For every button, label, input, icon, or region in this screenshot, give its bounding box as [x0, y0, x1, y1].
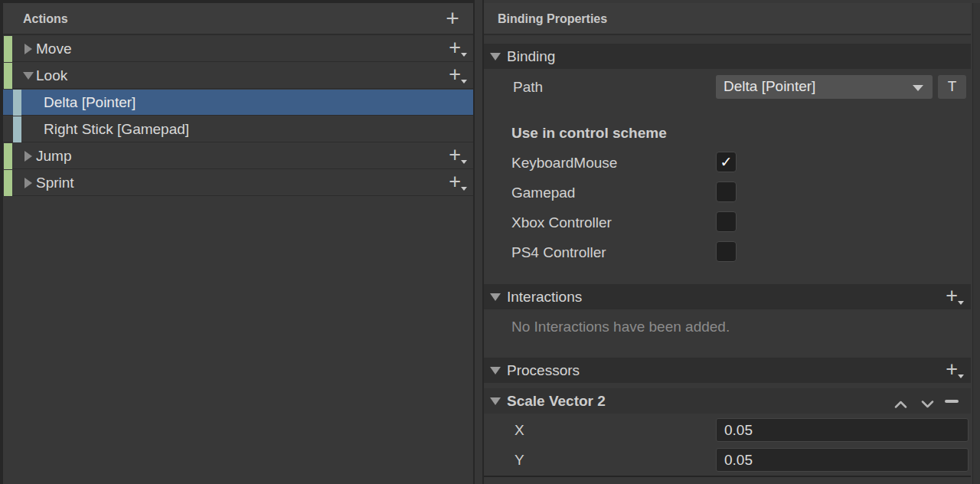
dropdown-arrow-icon: [913, 85, 923, 91]
action-label: Jump: [36, 143, 71, 168]
scheme-label: Gamepad: [511, 181, 575, 204]
add-interaction-button[interactable]: +: [939, 284, 965, 310]
action-label: Look: [36, 63, 67, 88]
binding-properties-panel: Binding Properties Binding Path Delta [P…: [484, 0, 980, 484]
foldout-triangle-icon[interactable]: [490, 293, 501, 301]
plus-icon: +: [449, 143, 461, 167]
binding-section-bar[interactable]: Binding: [484, 44, 971, 69]
action-label: Sprint: [36, 170, 74, 195]
action-row-move[interactable]: Move +: [3, 36, 474, 62]
scheme-row-ps4: PS4 Controller: [511, 240, 963, 264]
caret-down-icon: [958, 301, 964, 305]
remove-processor-icon[interactable]: [945, 400, 959, 403]
scheme-label: PS4 Controller: [511, 240, 606, 264]
section-divider: [484, 476, 971, 477]
scheme-row-xbox: Xbox Controller: [511, 211, 963, 234]
interactions-section-title: Interactions: [507, 284, 582, 309]
move-down-icon[interactable]: [921, 397, 934, 411]
actions-panel-title: Actions: [23, 3, 68, 35]
action-row-look[interactable]: Look +: [3, 63, 474, 89]
chevron-right-icon[interactable]: [24, 44, 32, 54]
panel-splitter[interactable]: [473, 0, 484, 484]
foldout-triangle-icon[interactable]: [490, 367, 501, 374]
caret-down-icon: [958, 374, 964, 378]
scheme-label: KeyboardMouse: [511, 151, 617, 175]
y-value-input[interactable]: [716, 448, 969, 472]
caret-down-icon: [461, 53, 467, 57]
binding-properties-title: Binding Properties: [498, 3, 607, 35]
binding-row-right-stick[interactable]: Right Stick [Gamepad]: [3, 116, 474, 142]
chevron-down-icon[interactable]: [23, 72, 34, 80]
processors-section-bar[interactable]: Processors +: [484, 358, 971, 383]
checkbox-ps4-controller[interactable]: [716, 241, 737, 262]
action-label: Move: [36, 36, 71, 61]
action-row-sprint[interactable]: Sprint +: [3, 170, 474, 196]
action-row-jump[interactable]: Jump +: [3, 143, 474, 169]
action-color-strip: [4, 36, 12, 62]
caret-down-icon: [461, 160, 467, 164]
binding-label: Right Stick [Gamepad]: [44, 116, 189, 142]
scheme-label: Xbox Controller: [511, 211, 612, 234]
binding-color-strip: [13, 90, 21, 116]
scale-vector2-title: Scale Vector 2: [507, 388, 606, 414]
path-dropdown-value: Delta [Pointer]: [724, 75, 815, 98]
text-mode-toggle-button[interactable]: T: [938, 75, 966, 99]
path-dropdown[interactable]: Delta [Pointer]: [716, 75, 933, 99]
path-label: Path: [513, 74, 543, 100]
add-action-button[interactable]: +: [440, 3, 465, 35]
x-field-label: X: [514, 418, 524, 442]
add-binding-button[interactable]: +: [442, 63, 468, 89]
foldout-triangle-icon[interactable]: [490, 397, 501, 405]
action-color-strip: [4, 170, 12, 196]
input-actions-editor-window: Actions + Move + Look + Delta [: [0, 0, 980, 484]
caret-down-icon: [461, 187, 467, 191]
caret-down-icon: [461, 80, 467, 83]
processors-section-title: Processors: [507, 358, 580, 383]
binding-row-delta-pointer[interactable]: Delta [Pointer]: [3, 90, 474, 116]
checkbox-keyboardmouse[interactable]: ✓: [716, 152, 737, 172]
actions-panel: Actions + Move + Look + Delta [: [3, 3, 474, 484]
add-binding-button[interactable]: +: [442, 36, 468, 62]
binding-properties-header: Binding Properties: [484, 3, 971, 35]
action-color-strip: [4, 143, 12, 169]
foldout-triangle-icon[interactable]: [490, 53, 501, 60]
y-field-label: Y: [514, 448, 524, 472]
scale-vector2-header[interactable]: Scale Vector 2: [484, 388, 971, 414]
plus-icon: +: [946, 358, 958, 381]
binding-color-strip: [13, 116, 21, 142]
scheme-row-keyboardmouse: KeyboardMouse ✓: [511, 151, 963, 175]
add-binding-button[interactable]: +: [442, 170, 468, 196]
checkbox-gamepad[interactable]: [716, 182, 737, 202]
actions-panel-header: Actions +: [3, 3, 474, 35]
checkbox-xbox-controller[interactable]: [716, 211, 737, 232]
add-processor-button[interactable]: +: [939, 358, 965, 384]
scrollbar-track[interactable]: [972, 3, 980, 484]
plus-icon: +: [449, 63, 461, 87]
binding-section-title: Binding: [507, 44, 555, 69]
no-interactions-message: No Interactions have been added.: [511, 319, 730, 335]
plus-icon: +: [449, 170, 461, 194]
control-scheme-heading: Use in control scheme: [511, 125, 667, 142]
action-color-strip: [4, 63, 12, 89]
interactions-section-bar[interactable]: Interactions +: [484, 284, 971, 309]
plus-icon: +: [449, 36, 461, 60]
move-up-icon[interactable]: [894, 397, 907, 411]
plus-icon: +: [946, 284, 958, 308]
scheme-row-gamepad: Gamepad: [511, 181, 963, 204]
x-value-input[interactable]: [716, 418, 969, 442]
chevron-right-icon[interactable]: [24, 151, 32, 162]
add-binding-button[interactable]: +: [442, 143, 468, 169]
chevron-right-icon[interactable]: [24, 178, 32, 188]
binding-label: Delta [Pointer]: [44, 90, 136, 115]
